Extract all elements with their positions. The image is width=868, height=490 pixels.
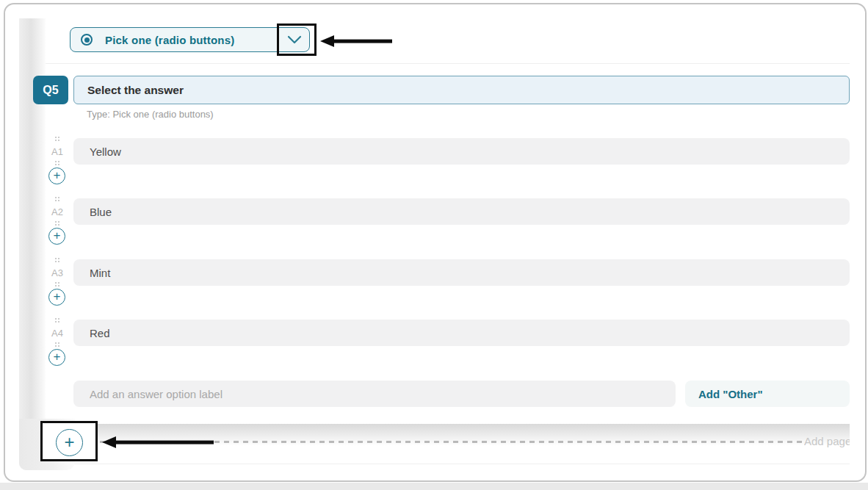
answer-input[interactable] — [73, 198, 850, 225]
question-type-selected-label: Pick one (radio buttons) — [105, 34, 234, 46]
add-other-button[interactable]: Add "Other" — [685, 381, 850, 407]
annotation-arrow-dropdown — [320, 35, 394, 48]
drag-handle-icon[interactable] — [55, 282, 57, 284]
add-answer-between-button[interactable]: + — [48, 289, 65, 306]
drag-handle-icon[interactable] — [55, 161, 57, 162]
screenshot-canvas: Pick one (radio buttons) Q5 Type: Pick o… — [0, 0, 868, 490]
answer-label: A4 — [46, 328, 69, 339]
drag-handle-icon[interactable] — [55, 342, 57, 344]
add-answer-between-button[interactable]: + — [48, 228, 65, 245]
answer-label: A3 — [46, 267, 69, 278]
add-page-label[interactable]: Add page — [804, 435, 850, 450]
radio-icon — [81, 34, 93, 46]
drag-handle-icon[interactable] — [55, 258, 57, 259]
question-type-hint: Type: Pick one (radio buttons) — [87, 109, 214, 120]
add-answer-between-button[interactable]: + — [48, 167, 65, 184]
answer-input[interactable] — [73, 138, 850, 165]
annotation-arrow-add-question — [102, 436, 214, 449]
add-answer-input[interactable] — [73, 381, 676, 407]
highlight-box-dropdown-chevron — [277, 24, 317, 56]
builder-window — [4, 3, 867, 482]
add-question-button-overlay[interactable]: + — [56, 429, 83, 456]
drag-handle-icon[interactable] — [55, 137, 57, 138]
add-answer-between-button[interactable]: + — [48, 349, 65, 366]
answer-label: A1 — [46, 146, 69, 157]
question-block-divider — [46, 63, 850, 64]
question-type-dropdown[interactable]: Pick one (radio buttons) — [70, 27, 310, 52]
answer-input[interactable] — [73, 259, 850, 286]
answer-label: A2 — [46, 206, 69, 217]
drag-handle-icon[interactable] — [55, 221, 57, 223]
drag-handle-icon[interactable] — [55, 318, 57, 320]
page-background — [0, 483, 868, 490]
drag-handle-icon[interactable] — [55, 197, 57, 198]
question-text-input[interactable] — [73, 76, 850, 104]
question-number-badge: Q5 — [33, 76, 68, 104]
answer-input[interactable] — [73, 320, 850, 346]
